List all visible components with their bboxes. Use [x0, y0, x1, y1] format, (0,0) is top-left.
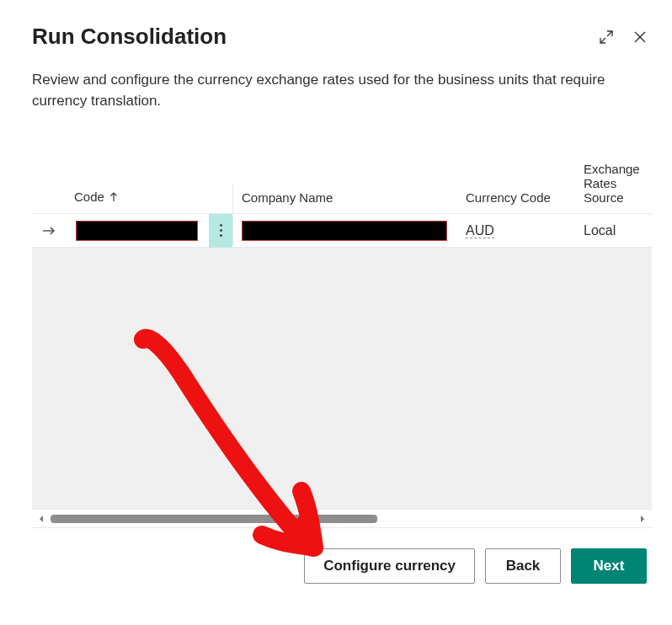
scroll-left-icon[interactable] [35, 515, 47, 523]
column-header-exchange-rates-source[interactable]: Exchange Rates Source [575, 155, 647, 213]
table-row[interactable]: AUD Local [32, 214, 652, 248]
cell-code[interactable] [66, 216, 209, 246]
cell-currency-code[interactable]: AUD [457, 218, 575, 243]
dialog-title: Run Consolidation [32, 24, 227, 50]
data-grid: Code Company Name Currency Code Exchange… [32, 145, 652, 528]
column-header-currency-code[interactable]: Currency Code [457, 184, 575, 213]
dialog-description: Review and configure the currency exchan… [32, 70, 621, 111]
row-actions-menu-icon[interactable] [209, 214, 232, 248]
row-select-arrow-icon[interactable] [32, 220, 66, 242]
close-icon[interactable] [628, 25, 652, 49]
cell-exchange-rates-source[interactable]: Local [575, 218, 647, 243]
expand-icon[interactable] [595, 25, 618, 49]
back-button[interactable]: Back [485, 548, 561, 584]
column-header-company-name[interactable]: Company Name [232, 184, 457, 213]
column-header-code[interactable]: Code [66, 183, 209, 214]
configure-currency-button[interactable]: Configure currency [304, 548, 475, 584]
grid-empty-area [32, 248, 652, 509]
scroll-right-icon[interactable] [637, 515, 648, 523]
cell-company-name[interactable] [232, 216, 457, 246]
sort-ascending-icon [109, 190, 118, 205]
next-button[interactable]: Next [571, 548, 647, 584]
horizontal-scrollbar[interactable] [32, 509, 652, 527]
